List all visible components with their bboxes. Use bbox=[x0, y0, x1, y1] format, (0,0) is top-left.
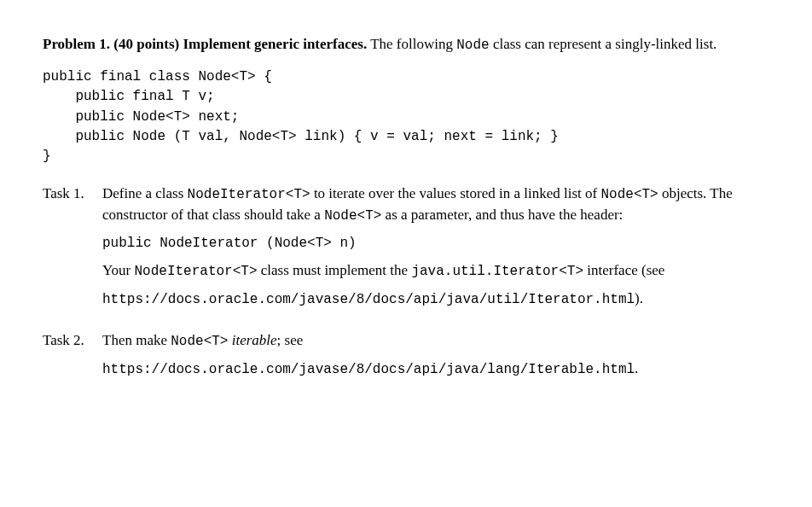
code-line: public Node<T> next; bbox=[43, 109, 239, 125]
problem-header: Problem 1. (40 points) Implement generic… bbox=[43, 34, 769, 55]
problem-label: Problem 1. bbox=[43, 36, 110, 52]
task1-url-line: https://docs.oracle.com/javase/8/docs/ap… bbox=[102, 288, 769, 310]
code-line: public Node (T val, Node<T> link) { v = … bbox=[43, 129, 559, 144]
inline-code: NodeIterator<T> bbox=[188, 187, 310, 202]
problem-title: Implement generic interfaces. bbox=[183, 36, 368, 52]
intro-post: class can represent a singly-linked list… bbox=[490, 36, 717, 52]
text: ; see bbox=[277, 332, 304, 348]
task-2: Task 2. Then make Node<T> iterable; see … bbox=[43, 330, 769, 387]
code-block: public final class Node<T> { public fina… bbox=[43, 67, 769, 166]
task-body: Define a class NodeIterator<T> to iterat… bbox=[102, 184, 769, 317]
text: interface (see bbox=[583, 262, 664, 278]
code-line: } bbox=[43, 149, 51, 164]
task-1: Task 1. Define a class NodeIterator<T> t… bbox=[43, 184, 769, 317]
inline-code: Node<T> bbox=[600, 187, 658, 202]
task1-paragraph2: Your NodeIterator<T> class must implemen… bbox=[102, 260, 769, 282]
task-body: Then make Node<T> iterable; see https://… bbox=[102, 330, 769, 387]
inline-code: Node<T> bbox=[324, 208, 381, 224]
close-paren: ). bbox=[635, 290, 643, 306]
close-period: . bbox=[635, 360, 638, 376]
problem-points: (40 points) bbox=[113, 36, 179, 52]
inline-code: Node<T> bbox=[171, 334, 228, 349]
url: https://docs.oracle.com/javase/8/docs/ap… bbox=[102, 292, 635, 307]
intro-pre: The following bbox=[370, 36, 456, 52]
constructor-header: public NodeIterator (Node<T> n) bbox=[102, 234, 769, 253]
text: Define a class bbox=[102, 185, 188, 201]
text: to iterate over the values stored in a l… bbox=[310, 185, 601, 201]
task2-paragraph1: Then make Node<T> iterable; see bbox=[102, 330, 769, 352]
task1-paragraph1: Define a class NodeIterator<T> to iterat… bbox=[102, 184, 769, 226]
text: Then make bbox=[102, 332, 171, 348]
inline-code: java.util.Iterator<T> bbox=[411, 264, 583, 279]
italic-text: iterable bbox=[232, 332, 277, 348]
url: https://docs.oracle.com/javase/8/docs/ap… bbox=[102, 362, 635, 377]
task-label: Task 1. bbox=[43, 184, 102, 317]
text: as a parameter, and thus have the header… bbox=[381, 207, 623, 223]
intro-code: Node bbox=[456, 38, 489, 53]
task2-url-line: https://docs.oracle.com/javase/8/docs/ap… bbox=[102, 358, 769, 380]
code-line: public final T v; bbox=[43, 89, 215, 104]
code-line: public final class Node<T> { bbox=[43, 69, 272, 84]
inline-code: NodeIterator<T> bbox=[135, 264, 258, 279]
text: class must implement the bbox=[258, 262, 412, 278]
task-label: Task 2. bbox=[43, 330, 102, 387]
text: Your bbox=[102, 262, 135, 278]
